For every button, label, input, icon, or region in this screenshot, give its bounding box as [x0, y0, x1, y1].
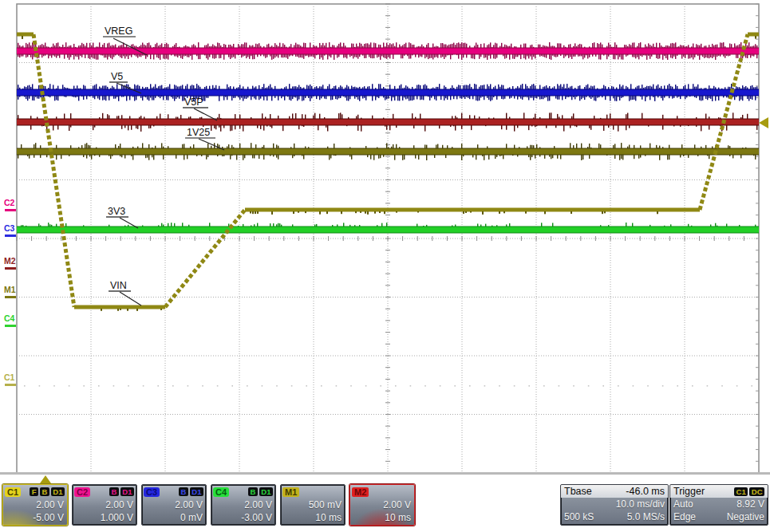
trigger-level-marker[interactable]	[759, 117, 768, 128]
m2-volts-per-div: 2.00 V	[350, 499, 411, 511]
c1-volts-per-div: 2.00 V	[3, 499, 64, 511]
label-vin: VIN	[110, 280, 127, 291]
margin-marker-c2[interactable]: C2	[4, 198, 15, 207]
margin-marker-c3[interactable]: C3	[4, 223, 15, 233]
channel-descriptor-row: C1 F B D1 2.00 V -5.00 V C2 B	[2, 484, 415, 526]
grid-bottom-edge	[0, 472, 770, 475]
badge-d1: D1	[190, 487, 203, 496]
timebase-samples: 500 kS	[564, 510, 594, 523]
margin-marker-m1[interactable]: M1	[4, 285, 16, 294]
m1-time-per-div: 10 ms	[281, 511, 342, 524]
badge-b: B	[109, 487, 119, 496]
label-vreg: VREG	[105, 26, 132, 37]
badge-d1: D1	[51, 487, 65, 496]
margin-marker-c1[interactable]: C1	[4, 372, 15, 382]
channel-box-c3[interactable]: C3 B D1 2.00 V 0 mV	[141, 484, 207, 526]
channel-box-c2[interactable]: C2 B D1 2.00 V 1.000 V	[72, 484, 137, 526]
c4-offset: -3.00 V	[211, 511, 272, 524]
c1-offset: -5.00 V	[3, 511, 64, 524]
status-panel: C1 F B D1 2.00 V -5.00 V C2 B	[0, 475, 770, 532]
trigger-coupling-badge: DC	[749, 487, 764, 496]
badge-d1: D1	[259, 487, 273, 496]
badge-b: B	[179, 487, 188, 496]
channel-label-c4[interactable]: C4	[213, 487, 229, 497]
m1-volts-per-div: 500 mV	[281, 499, 342, 511]
margin-marker-m2[interactable]: M2	[4, 256, 16, 266]
timebase-title: Tbase	[564, 485, 592, 498]
label-v5: V5	[111, 71, 123, 82]
memory-box-m2[interactable]: M2 2.00 V 10 ms	[349, 484, 415, 526]
trace-label-m1[interactable]: M1	[282, 487, 299, 497]
channel-box-c1[interactable]: C1 F B D1 2.00 V -5.00 V	[2, 484, 68, 526]
channel-label-c2[interactable]: C2	[74, 487, 90, 497]
timebase-rate: 5.0 MS/s	[627, 510, 665, 523]
graticule	[17, 4, 759, 473]
trace-label-m2[interactable]: M2	[352, 487, 369, 497]
memory-box-m1[interactable]: M1 500 mV 10 ms	[280, 484, 346, 526]
c2-volts-per-div: 2.00 V	[73, 499, 133, 511]
channel-label-c3[interactable]: C3	[144, 487, 160, 497]
channel-box-c4[interactable]: C4 B D1 2.00 V -3.00 V	[211, 484, 276, 526]
c3-volts-per-div: 2.00 V	[142, 499, 203, 511]
waveform-display: VREGV5V5P1V253V3VINC2C3M2M1C4C1	[0, 0, 770, 475]
badge-d1: D1	[120, 487, 134, 496]
label-v5p: V5P	[184, 97, 203, 108]
c2-offset: 1.000 V	[73, 511, 133, 524]
channel-label-c1[interactable]: C1	[5, 487, 21, 497]
trigger-slope: Negative	[727, 510, 764, 523]
trigger-box[interactable]: Trigger C1 DC Auto 8.92 V Edge Negative	[669, 484, 768, 526]
badge-b: B	[248, 487, 258, 496]
oscilloscope-screen: VREGV5V5P1V253V3VINC2C3M2M1C4C1 C1 F B D…	[0, 0, 770, 532]
c3-offset: 0 mV	[142, 511, 203, 524]
trigger-time-marker[interactable]	[40, 475, 51, 483]
trigger-level: 8.92 V	[736, 498, 764, 510]
margin-marker-c4[interactable]: C4	[4, 313, 15, 323]
timebase-delay: -46.0 ms	[626, 485, 665, 498]
trace-position-markers: C2C3M2M1C4C1	[4, 198, 16, 386]
trigger-source-badge: C1	[734, 487, 748, 496]
timebase-per-div: 10.0 ms/div	[616, 498, 665, 510]
label-1v25: 1V25	[187, 127, 210, 138]
trigger-title: Trigger	[673, 485, 705, 498]
timebase-box[interactable]: Tbase -46.0 ms 10.0 ms/div 500 kS 5.0 MS…	[560, 484, 669, 526]
badge-f: F	[30, 487, 38, 496]
c4-volts-per-div: 2.00 V	[211, 499, 272, 511]
trigger-mode: Auto	[673, 498, 693, 510]
trigger-type: Edge	[673, 510, 696, 523]
label-3v3: 3V3	[108, 206, 125, 217]
badge-b: B	[40, 487, 49, 496]
m2-time-per-div: 10 ms	[350, 511, 411, 524]
